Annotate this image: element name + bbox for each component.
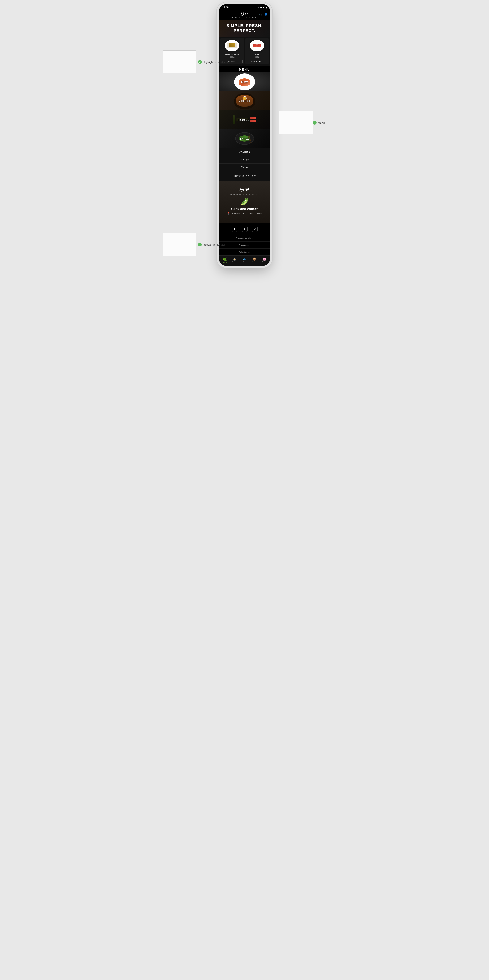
instagram-icon[interactable]: ◎ — [252, 226, 257, 232]
privacy-policy-link[interactable]: Privacy policy — [219, 242, 270, 248]
boxes-label: Boxes — [240, 118, 249, 121]
annotation-box-highlighted — [163, 50, 196, 73]
wifi-icon: ▲ — [263, 6, 265, 9]
nav-link-settings[interactable]: Settings — [219, 156, 270, 164]
tab-bar: 🌿 Home 🍲 Cooked 🐟 Raw 📦 Boxes 🌸 Extras — [219, 256, 270, 266]
annotation-text-menu: Menu — [318, 121, 325, 124]
status-icons: ●●● ▲ ▮ — [259, 6, 267, 9]
tab-boxes-label: Boxes — [252, 261, 256, 262]
click-collect-title: Click and collect — [222, 207, 267, 211]
sushi-topping — [229, 43, 235, 47]
tab-home-icon: 🌿 — [222, 258, 227, 261]
tuna-plate — [250, 40, 264, 51]
extras-label: Extras — [239, 137, 250, 140]
restaurant-section: 枝豆 JAPANESE GASTRONOMY 🫛 Click and colle… — [219, 181, 270, 223]
tab-extras-icon: 🌸 — [263, 258, 266, 261]
annotation-label-menu: ✓ Menu — [313, 121, 325, 125]
app-header: 枝豆 JAPANESE GASTRONOMY 🛒 👤 — [219, 10, 270, 20]
app-logo: 枝豆 JAPANESE GASTRONOMY — [231, 11, 258, 18]
restaurant-subtitle: JAPANESE GASTRONOMY — [222, 194, 267, 196]
nav-links: My account Settings Call us — [219, 148, 270, 171]
menu-category-boxes[interactable]: Boxes — [219, 110, 270, 129]
sushi-illustration — [227, 43, 237, 48]
collect-banner-title: Click & collect — [222, 174, 267, 178]
twitter-icon[interactable]: t — [242, 226, 248, 232]
tab-cooked[interactable]: 🍲 Cooked — [230, 258, 239, 263]
account-icon[interactable]: 👤 — [264, 13, 268, 16]
annotation-box-restaurant — [163, 233, 196, 256]
edamame-decoration: 🫛 — [222, 197, 267, 205]
tab-cooked-label: Cooked — [232, 261, 237, 262]
tab-cooked-icon: 🍲 — [233, 258, 237, 261]
raw-label: Raw — [241, 80, 248, 84]
cart-icon[interactable]: 🛒 — [259, 13, 262, 16]
product-name-tuna: Tuna — [245, 53, 269, 56]
logo-subtitle: JAPANESE GASTRONOMY — [231, 17, 258, 18]
tab-home[interactable]: 🌿 Home — [220, 258, 230, 263]
annotation-box-menu — [279, 111, 313, 134]
annotation-text-restaurant: Restaurant locator — [203, 243, 225, 246]
restaurant-logo-kanji: 枝豆 — [222, 186, 267, 193]
refund-policy-link[interactable]: Refund policy — [219, 248, 270, 256]
facebook-icon[interactable]: f — [232, 226, 238, 232]
footer-links: Terms and conditions Privacy policy Refu… — [219, 235, 270, 256]
annotation-menu: ✓ Menu — [279, 111, 326, 134]
menu-category-extras[interactable]: Extras — [219, 129, 270, 148]
tab-home-label: Home — [222, 262, 227, 263]
menu-category-raw[interactable]: Raw — [219, 72, 270, 91]
product-image-tuna — [245, 38, 269, 53]
add-to-cart-tuna[interactable]: ADD TO CART — [247, 60, 267, 63]
hero-line2: PERFECT. — [226, 28, 263, 33]
annotation-check-restaurant: ✓ — [198, 243, 202, 247]
hero-banner: SIMPLE, FRESH, PERFECT. — [219, 20, 270, 37]
tab-raw[interactable]: 🐟 Raw — [240, 258, 249, 263]
hero-text: SIMPLE, FRESH, PERFECT. — [226, 23, 263, 33]
menu-category-cooked[interactable]: Cooked — [219, 91, 270, 110]
bottle-decoration — [233, 116, 235, 124]
product-price-tuna: 3,90 £ — [245, 56, 269, 59]
terms-conditions-link[interactable]: Terms and conditions — [219, 235, 270, 242]
tab-raw-icon: 🐟 — [243, 258, 246, 261]
menu-section: MENU Raw Cook — [219, 66, 270, 148]
annotation-text-highlighted: Highlighted products — [203, 60, 228, 64]
annotation-check-highlighted: ✓ — [198, 60, 202, 64]
tab-boxes[interactable]: 📦 Boxes — [249, 258, 259, 263]
restaurant-address: Old Brompton Rd Kensington London — [230, 212, 262, 215]
status-bar: 16:40 ●●● ▲ ▮ — [219, 4, 270, 10]
tab-extras[interactable]: 🌸 Extras — [259, 258, 269, 263]
annotation-restaurant-locator: ✓ Restaurant locator — [163, 233, 225, 256]
signal-icon: ●●● — [259, 6, 262, 8]
annotation-highlighted-products: ✓ Highlighted products — [163, 50, 228, 73]
social-section: f t ◎ — [219, 223, 270, 235]
annotation-label-highlighted: ✓ Highlighted products — [198, 60, 228, 64]
tab-boxes-icon: 📦 — [252, 258, 256, 261]
phone-frame: 16:40 ●●● ▲ ▮ 枝豆 JAPANESE GASTRONOMY 🛒 👤… — [219, 4, 270, 266]
battery-icon: ▮ — [265, 6, 267, 9]
header-icons: 🛒 👤 — [259, 13, 268, 16]
page-wrapper: ✓ Highlighted products ✓ Menu ✓ Restaura… — [163, 4, 326, 266]
hero-line1: SIMPLE, FRESH, — [226, 23, 263, 28]
sushi-plate — [225, 40, 239, 51]
product-card-tuna: Tuna 3,90 £ ADD TO CART — [245, 38, 269, 64]
cooked-label: Cooked — [238, 99, 251, 102]
location-pin-icon: 📍 — [227, 212, 230, 215]
annotation-label-restaurant: ✓ Restaurant locator — [198, 243, 225, 247]
status-time: 16:40 — [222, 6, 229, 9]
location-text: 📍 Old Brompton Rd Kensington London — [222, 212, 267, 215]
collect-banner: Click & collect — [219, 171, 270, 181]
annotation-check-menu: ✓ — [313, 121, 317, 125]
nav-link-call-us[interactable]: Call us — [219, 164, 270, 171]
logo-kanji: 枝豆 — [231, 11, 258, 16]
tab-extras-label: Extras — [262, 261, 267, 262]
nav-link-my-account[interactable]: My account — [219, 148, 270, 156]
tab-raw-label: Raw — [243, 261, 246, 262]
